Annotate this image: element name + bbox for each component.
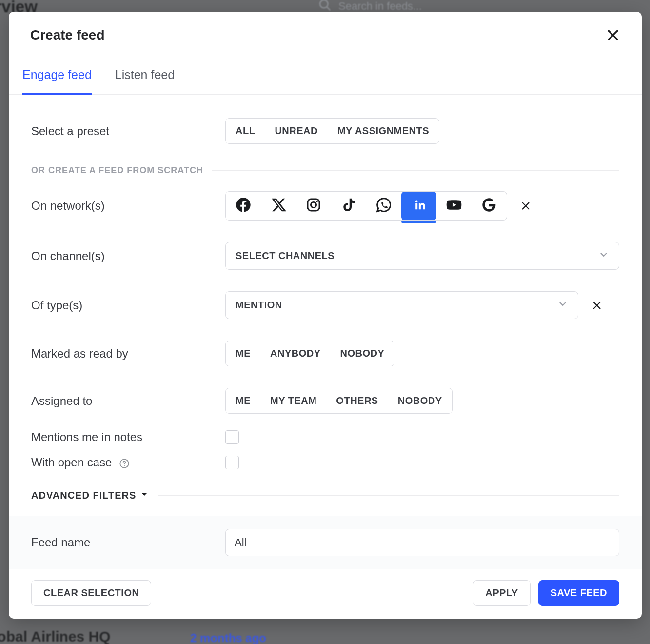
mentions-me-label: Mentions me in notes bbox=[31, 430, 225, 444]
facebook-icon bbox=[236, 197, 251, 215]
preset-label: Select a preset bbox=[31, 124, 225, 138]
network-group bbox=[225, 191, 507, 221]
svg-line-1 bbox=[327, 7, 330, 10]
types-dropdown[interactable]: MENTION bbox=[225, 291, 578, 319]
bg-bottom-mid: 2 months ago bbox=[190, 631, 266, 644]
scratch-divider-label: OR CREATE A FEED FROM SCRATCH bbox=[31, 165, 203, 176]
help-icon[interactable] bbox=[119, 458, 130, 469]
network-whatsapp[interactable] bbox=[366, 192, 401, 220]
network-instagram[interactable] bbox=[296, 192, 331, 220]
assigned-my-team-button[interactable]: MY TEAM bbox=[260, 388, 326, 413]
tab-listen-feed[interactable]: Listen feed bbox=[115, 57, 175, 95]
open-case-label: With open case bbox=[31, 456, 225, 469]
x-twitter-icon bbox=[271, 197, 286, 215]
clear-types-button[interactable] bbox=[590, 299, 604, 312]
clear-networks-button[interactable] bbox=[519, 199, 532, 213]
clear-selection-button[interactable]: CLEAR SELECTION bbox=[31, 580, 151, 606]
svg-point-6 bbox=[311, 202, 316, 207]
assigned-group: ME MY TEAM OTHERS NOBODY bbox=[225, 388, 453, 414]
channels-dropdown[interactable]: SELECT CHANNELS bbox=[225, 242, 619, 270]
svg-point-14 bbox=[124, 465, 125, 466]
network-google[interactable] bbox=[472, 192, 507, 220]
bg-bottom-left: lobal Airlines HQ bbox=[0, 628, 111, 644]
preset-my-assignments-button[interactable]: MY ASSIGNMENTS bbox=[328, 119, 439, 143]
network-facebook[interactable] bbox=[226, 192, 261, 220]
modal-title: Create feed bbox=[30, 27, 105, 43]
read-by-label: Marked as read by bbox=[31, 347, 225, 361]
preset-unread-button[interactable]: UNREAD bbox=[265, 119, 328, 143]
save-feed-button[interactable]: SAVE FEED bbox=[538, 580, 619, 606]
network-linkedin[interactable] bbox=[401, 192, 436, 220]
network-tiktok[interactable] bbox=[331, 192, 366, 220]
svg-point-0 bbox=[320, 0, 328, 8]
channels-dropdown-value: SELECT CHANNELS bbox=[236, 250, 335, 262]
chevron-down-icon bbox=[557, 299, 568, 312]
feed-name-label: Feed name bbox=[31, 536, 225, 549]
types-dropdown-value: MENTION bbox=[236, 300, 282, 311]
close-icon[interactable] bbox=[606, 28, 620, 42]
instagram-icon bbox=[306, 197, 321, 215]
linkedin-icon bbox=[411, 197, 427, 215]
assigned-me-button[interactable]: ME bbox=[226, 388, 260, 413]
caret-down-icon bbox=[140, 490, 149, 501]
svg-rect-5 bbox=[308, 199, 319, 211]
read-by-group: ME ANYBODY NOBODY bbox=[225, 341, 394, 366]
mentions-me-checkbox[interactable] bbox=[225, 430, 239, 444]
assigned-nobody-button[interactable]: NOBODY bbox=[388, 388, 452, 413]
read-by-anybody-button[interactable]: ANYBODY bbox=[260, 341, 331, 366]
read-by-me-button[interactable]: ME bbox=[226, 341, 260, 366]
bg-search-placeholder: Search in feeds... bbox=[338, 0, 422, 13]
network-x[interactable] bbox=[261, 192, 296, 220]
tiktok-icon bbox=[341, 197, 356, 215]
read-by-nobody-button[interactable]: NOBODY bbox=[331, 341, 394, 366]
svg-point-7 bbox=[316, 201, 318, 202]
preset-group: ALL UNREAD MY ASSIGNMENTS bbox=[225, 118, 439, 144]
whatsapp-icon bbox=[376, 197, 392, 215]
preset-all-button[interactable]: ALL bbox=[226, 119, 265, 143]
youtube-icon bbox=[446, 197, 462, 215]
network-youtube[interactable] bbox=[436, 192, 472, 220]
apply-button[interactable]: APPLY bbox=[473, 580, 530, 606]
feed-name-input[interactable] bbox=[225, 529, 619, 556]
google-icon bbox=[481, 197, 497, 215]
channels-label: On channel(s) bbox=[31, 249, 225, 263]
networks-label: On network(s) bbox=[31, 199, 225, 213]
open-case-checkbox[interactable] bbox=[225, 456, 239, 469]
create-feed-modal: Create feed Engage feed Listen feed Sele… bbox=[9, 12, 642, 619]
assigned-others-button[interactable]: OTHERS bbox=[326, 388, 388, 413]
tab-engage-feed[interactable]: Engage feed bbox=[22, 57, 92, 95]
assigned-label: Assigned to bbox=[31, 394, 225, 408]
chevron-down-icon bbox=[598, 249, 609, 262]
types-label: Of type(s) bbox=[31, 299, 225, 312]
advanced-filters-toggle[interactable]: ADVANCED FILTERS bbox=[31, 490, 149, 501]
